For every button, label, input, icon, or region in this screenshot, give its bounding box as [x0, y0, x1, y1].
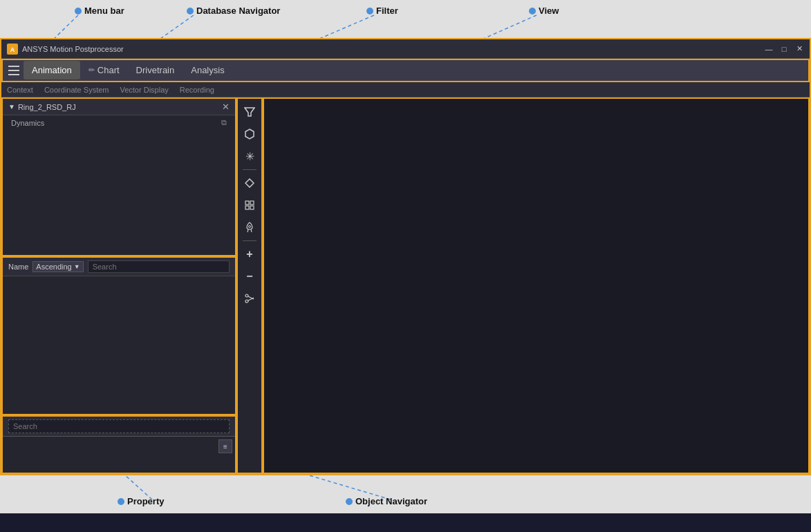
- filter-search-input[interactable]: [88, 260, 230, 273]
- annotation-object-navigator: Object Navigator: [346, 496, 427, 506]
- label-filter: Filter: [376, 6, 398, 16]
- annotation-view: View: [529, 6, 559, 16]
- scissors-icon: [245, 294, 254, 303]
- hexagon-icon: [244, 129, 255, 140]
- filter-tool-add[interactable]: +: [241, 245, 259, 263]
- minus-icon: −: [246, 270, 252, 283]
- submenu-recording[interactable]: Recording: [180, 86, 214, 94]
- sub-menu-bar: Context Coordinate System Vector Display…: [1, 82, 810, 97]
- chart-edit-icon: ✏: [88, 66, 95, 75]
- menu-bar: Animation ✏ Chart Drivetrain Analysis: [1, 59, 810, 82]
- database-navigator: ▼ Ring_2_RSD_RJ ✕ Dynamics ⧉: [1, 97, 236, 256]
- svg-text:A: A: [10, 46, 15, 53]
- filter-tool-grid[interactable]: [241, 196, 259, 214]
- tab-drivetrain[interactable]: Drivetrain: [128, 61, 183, 79]
- db-nav-title-area: ▼ Ring_2_RSD_RJ: [8, 103, 76, 111]
- svg-rect-10: [250, 201, 254, 205]
- asterisk-icon: ✳: [245, 150, 254, 163]
- db-nav-subtitle: Dynamics: [11, 119, 44, 127]
- label-view: View: [539, 6, 559, 16]
- filter-panel: Name Ascending ▼: [1, 256, 236, 415]
- close-button[interactable]: ✕: [794, 44, 804, 54]
- tab-drivetrain-label: Drivetrain: [136, 65, 175, 75]
- app-title: ANSYS Motion Postprocessor: [22, 45, 124, 53]
- diamond-icon: [245, 178, 254, 188]
- toolbar-divider1: [243, 169, 257, 170]
- svg-marker-6: [245, 108, 254, 116]
- minimize-button[interactable]: —: [764, 44, 774, 54]
- property-header: [3, 417, 235, 437]
- filter-tool-rocket[interactable]: [241, 218, 259, 236]
- maximize-button[interactable]: □: [779, 44, 789, 54]
- label-property: Property: [127, 496, 164, 506]
- filter-sort-label: Name: [8, 263, 28, 271]
- tab-animation-label: Animation: [32, 65, 72, 75]
- svg-line-2: [249, 15, 374, 38]
- filter-tool-minus[interactable]: −: [241, 267, 259, 285]
- rocket-icon: [245, 222, 254, 233]
- property-panel: ≡: [1, 415, 236, 474]
- hamburger-line2: [8, 70, 19, 71]
- dot-view: [529, 8, 536, 15]
- hamburger-menu[interactable]: [4, 61, 24, 80]
- property-content: ≡: [3, 437, 235, 456]
- db-nav-arrow: ▼: [8, 103, 15, 111]
- svg-point-16: [245, 294, 248, 297]
- svg-line-14: [251, 229, 252, 232]
- filter-sort-order: Ascending: [36, 263, 71, 271]
- filter-tool-asterisk[interactable]: ✳: [241, 147, 259, 165]
- submenu-context[interactable]: Context: [7, 86, 33, 94]
- property-search-input[interactable]: [8, 419, 230, 433]
- db-nav-copy-icon[interactable]: ⧉: [221, 118, 227, 127]
- svg-rect-9: [245, 201, 249, 205]
- svg-line-1: [118, 15, 194, 38]
- filter-tool-funnel[interactable]: [241, 103, 259, 121]
- svg-line-3: [415, 15, 537, 38]
- grid-icon: [245, 200, 254, 210]
- label-dbnavigator: Database Navigator: [196, 6, 280, 16]
- svg-line-13: [248, 229, 248, 232]
- tab-analysis-label: Analysis: [191, 65, 224, 75]
- label-object-navigator: Object Navigator: [355, 496, 427, 506]
- svg-rect-12: [250, 206, 254, 209]
- filter-sort-dropdown[interactable]: Ascending ▼: [32, 261, 83, 272]
- filter-tool-diamond[interactable]: [241, 174, 259, 192]
- toolbar-divider2: [243, 240, 257, 241]
- dot-property: [118, 498, 124, 505]
- dot-object-navigator: [346, 498, 353, 505]
- svg-rect-11: [245, 206, 249, 209]
- property-settings-button[interactable]: ≡: [218, 439, 232, 453]
- annotation-menubar: Menu bar: [75, 6, 124, 16]
- funnel-icon: [244, 106, 255, 117]
- window-controls: — □ ✕: [764, 44, 804, 54]
- db-nav-title-text: Ring_2_RSD_RJ: [18, 103, 76, 111]
- submenu-coordinate[interactable]: Coordinate System: [44, 86, 109, 94]
- filter-tool-scissors[interactable]: [241, 289, 259, 307]
- label-menubar: Menu bar: [84, 6, 124, 16]
- db-nav-close-button[interactable]: ✕: [222, 102, 230, 112]
- tab-animation[interactable]: Animation: [24, 61, 80, 79]
- dot-dbnavigator: [187, 8, 194, 15]
- add-icon: +: [246, 248, 252, 260]
- main-area: ▼ Ring_2_RSD_RJ ✕ Dynamics ⧉ Name Ascend…: [1, 97, 810, 474]
- svg-point-17: [245, 300, 248, 303]
- svg-marker-7: [245, 129, 254, 139]
- annotation-lines-bottom: [0, 475, 811, 513]
- annotation-property: Property: [118, 496, 164, 506]
- tab-analysis[interactable]: Analysis: [183, 61, 232, 79]
- svg-point-15: [249, 226, 251, 228]
- dot-menubar: [75, 8, 82, 15]
- filter-dropdown-arrow: ▼: [74, 263, 80, 270]
- hamburger-line1: [8, 66, 19, 67]
- tab-chart[interactable]: ✏ Chart: [80, 61, 128, 79]
- submenu-vector[interactable]: Vector Display: [120, 86, 168, 94]
- annotation-dbnavigator: Database Navigator: [187, 6, 280, 16]
- db-nav-subtitle-row: Dynamics ⧉: [3, 115, 235, 130]
- bottom-annotation-bar: Property Object Navigator: [0, 475, 811, 513]
- filter-tool-object[interactable]: [241, 125, 259, 143]
- annotation-filter: Filter: [366, 6, 398, 16]
- svg-marker-8: [245, 179, 254, 187]
- svg-line-0: [23, 15, 78, 38]
- filter-content: [3, 276, 235, 412]
- left-panel: ▼ Ring_2_RSD_RJ ✕ Dynamics ⧉ Name Ascend…: [1, 97, 236, 474]
